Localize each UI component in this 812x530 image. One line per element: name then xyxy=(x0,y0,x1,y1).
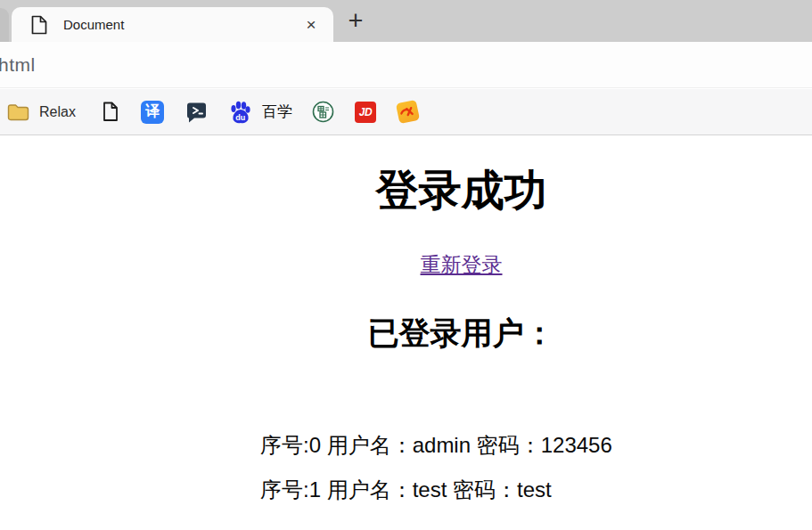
page-favicon-icon xyxy=(30,14,48,36)
address-bar[interactable]: html xyxy=(0,42,812,88)
tab-title: Document xyxy=(63,17,301,32)
user-list: 序号:0 用户名：admin 密码：123456 序号:1 用户名：test 密… xyxy=(111,433,812,502)
green-seal-icon xyxy=(312,101,334,123)
relogin-row: 重新登录 xyxy=(111,252,812,280)
user-line: 序号:0 用户名：admin 密码：123456 xyxy=(260,433,812,458)
baidu-paw-icon: du xyxy=(229,101,251,124)
bookmark-folder-relax[interactable]: Relax xyxy=(7,103,76,121)
bookmark-baidu[interactable]: du 百学 xyxy=(229,101,292,124)
bookmark-translate[interactable]: 译 xyxy=(141,101,164,124)
new-tab-button[interactable]: + xyxy=(342,9,369,36)
bookmark-baidu-label: 百学 xyxy=(262,102,292,122)
bookmark-document[interactable] xyxy=(103,102,119,122)
tab-close-icon[interactable]: × xyxy=(301,15,321,35)
bookmark-folder-label: Relax xyxy=(39,104,76,120)
translate-icon: 译 xyxy=(141,101,164,124)
bookmark-jd[interactable]: JD xyxy=(355,102,376,123)
bookmark-chat[interactable] xyxy=(186,102,207,123)
bookmark-orange[interactable] xyxy=(398,102,418,122)
tab-document[interactable]: Document × xyxy=(12,7,333,42)
page-content: 登录成功 重新登录 已登录用户： 序号:0 用户名：admin 密码：12345… xyxy=(0,135,812,530)
jd-icon: JD xyxy=(355,102,376,123)
tab-strip: Document × + xyxy=(0,0,812,42)
partial-tab[interactable] xyxy=(0,8,9,42)
folder-icon xyxy=(7,103,29,121)
orange-badge-icon xyxy=(396,100,420,124)
relogin-link[interactable]: 重新登录 xyxy=(421,253,503,276)
page-title: 登录成功 xyxy=(111,167,812,215)
document-icon xyxy=(103,102,119,122)
bookmarks-bar: Relax 译 du xyxy=(0,89,812,135)
users-heading: 已登录用户： xyxy=(111,315,812,351)
user-line: 序号:1 用户名：test 密码：test xyxy=(260,477,812,502)
baidu-du-glyph: du xyxy=(235,113,245,122)
url-text[interactable]: html xyxy=(0,54,36,76)
bookmark-seal[interactable] xyxy=(312,101,334,123)
chat-bubble-icon xyxy=(186,102,207,123)
